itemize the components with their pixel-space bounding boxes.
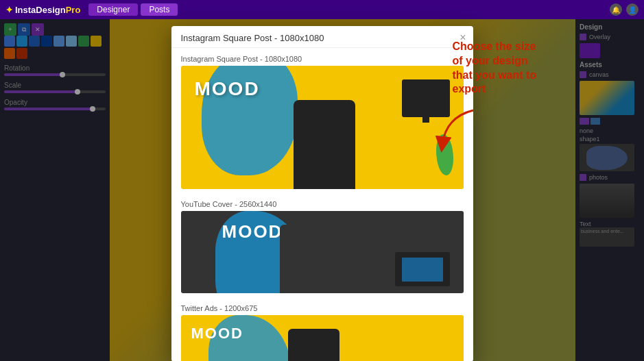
monitor-2 [395,252,450,286]
person-silhouette-2 [280,225,335,293]
posts-tab[interactable]: Posts [141,3,178,16]
modal-wrapper: Instagram Square Post - 1080x1080 × Inst… [171,26,473,361]
card-2-image: MOOD [181,211,464,293]
main-layout: + ⧉ ✕ Rotation Scale [0,19,644,361]
design-card-2[interactable]: YouTube Cover - 2560x1440 MOOD [181,200,464,293]
person-silhouette-3 [288,329,339,361]
design-card-1[interactable]: Instagram Square Post - 1080x1080 MOOD [181,55,464,189]
logo-text: InstaDesignPro [15,5,80,15]
person-silhouette-1 [294,100,355,189]
design-card-3[interactable]: Twitter Ads - 1200x675 MOOD [181,304,464,361]
annotation: Choose the size of your design that you … [453,40,590,161]
bell-icon[interactable]: 🔔 [610,3,622,16]
annotation-text: Choose the size of your design that you … [453,40,590,97]
export-modal: Instagram Square Post - 1080x1080 × Inst… [171,26,473,361]
modal-header: Instagram Square Post - 1080x1080 × [171,26,473,48]
card-1-label: Instagram Square Post - 1080x1080 [181,55,464,63]
card-2-label: YouTube Cover - 2560x1440 [181,200,464,208]
card-1-image: MOOD [181,66,464,189]
modal-overlay: Instagram Square Post - 1080x1080 × Inst… [0,19,644,361]
modal-body[interactable]: Instagram Square Post - 1080x1080 MOOD [171,48,473,361]
modal-close-button[interactable]: × [460,32,466,44]
user-icon[interactable]: 👤 [626,3,639,16]
nav-right: 🔔 👤 [610,3,639,16]
app-logo: ✦ InstaDesignPro [5,5,80,15]
card-3-image: MOOD [181,315,464,361]
top-nav: ✦ InstaDesignPro Designer Posts 🔔 👤 [0,0,644,19]
card-3-label: Twitter Ads - 1200x675 [181,304,464,312]
modal-title: Instagram Square Post - 1080x1080 [181,33,464,43]
designer-tab[interactable]: Designer [88,3,138,16]
